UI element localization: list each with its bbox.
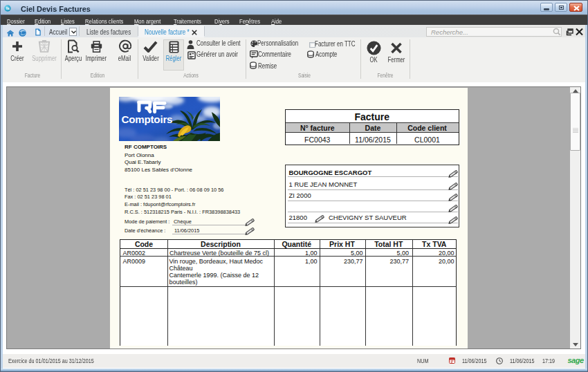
- svg-text:Comptoirs: Comptoirs: [122, 113, 173, 124]
- svg-text:fa: fa: [6, 6, 9, 10]
